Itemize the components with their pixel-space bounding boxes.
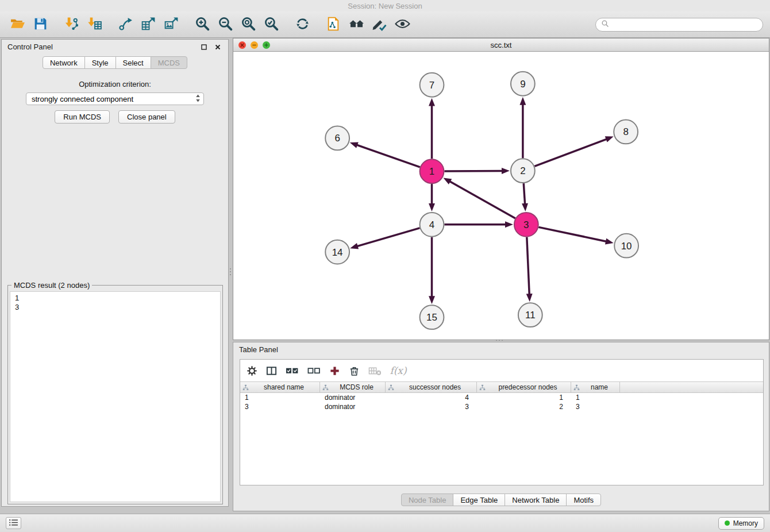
table-panel-header: Table Panel [233, 342, 769, 357]
control-panel: Control Panel NetworkStyleSelectMCDS Opt… [1, 39, 229, 507]
table-cell[interactable]: 3 [571, 402, 620, 411]
home-button[interactable] [346, 14, 367, 36]
edge-3-10[interactable] [538, 227, 607, 241]
edge-arrowhead [605, 238, 614, 245]
tab-network-table[interactable]: Network Table [505, 494, 567, 506]
column-header-shared-name[interactable]: shared name [240, 382, 320, 392]
node-label: 15 [426, 312, 437, 323]
edge-3-1[interactable] [449, 181, 515, 218]
mcds-result-list[interactable]: 13 [10, 291, 221, 502]
table-cell[interactable]: 1 [240, 393, 320, 402]
run-mcds-button[interactable]: Run MCDS [55, 110, 110, 124]
tab-network[interactable]: Network [43, 56, 85, 69]
float-table-panel-icon[interactable] [740, 345, 749, 354]
table-cell[interactable]: 3 [386, 402, 477, 411]
table-cell[interactable]: 1 [571, 393, 620, 402]
edge-1-6[interactable] [356, 145, 420, 167]
edge-2-8[interactable] [534, 139, 607, 167]
export-table-button[interactable] [138, 14, 159, 36]
close-panel-button[interactable]: Close panel [118, 110, 175, 124]
tab-style[interactable]: Style [84, 56, 116, 69]
tab-edge-table[interactable]: Edge Table [453, 494, 505, 506]
node-label: 9 [520, 79, 525, 90]
export-network-button[interactable] [115, 14, 136, 36]
search-input[interactable] [612, 20, 757, 29]
zoom-fit-button[interactable] [238, 14, 259, 36]
columns-button[interactable] [266, 363, 277, 378]
table-row[interactable]: 3dominator323 [240, 402, 763, 411]
save-session-button[interactable] [30, 14, 51, 36]
column-header-mcds-role[interactable]: MCDS role [320, 382, 386, 392]
table-cell[interactable]: 2 [477, 402, 571, 411]
tab-node-table[interactable]: Node Table [401, 494, 454, 506]
tab-mcds[interactable]: MCDS [151, 56, 187, 69]
eye-button[interactable] [392, 14, 413, 36]
panel-menu-button[interactable] [6, 517, 21, 529]
delete-row-button[interactable] [349, 363, 360, 378]
mcds-result-title: MCDS result (2 nodes) [11, 281, 92, 290]
select-all-button[interactable] [286, 363, 299, 378]
optimization-select[interactable]: strongly connected component [26, 92, 204, 105]
mcds-result-line: 1 [15, 294, 215, 303]
close-table-panel-icon[interactable] [753, 345, 763, 354]
table-body: 1dominator4113dominator323 [240, 393, 763, 411]
column-header-label: shared name [251, 383, 317, 391]
vertical-splitter-handle[interactable] [229, 264, 232, 279]
search-field[interactable] [595, 18, 763, 32]
close-panel-icon[interactable] [213, 42, 222, 52]
table-cell[interactable]: 4 [386, 393, 477, 402]
edge-2-3[interactable] [523, 183, 525, 205]
import-database-button[interactable] [323, 14, 344, 36]
tree-icon [573, 384, 580, 391]
main-toolbar-groups [7, 14, 413, 36]
deselect-all-icon [307, 365, 321, 376]
import-network-button[interactable] [61, 14, 82, 36]
column-header-name[interactable]: name [571, 382, 620, 392]
column-header-predecessor-nodes[interactable]: predecessor nodes [477, 382, 571, 392]
eye-icon [395, 16, 410, 33]
window-close-icon[interactable] [238, 41, 246, 49]
edge-arrowhead [522, 203, 528, 211]
zoom-selected-button[interactable] [261, 14, 282, 36]
open-file-button[interactable] [7, 14, 28, 36]
network-window-title: scc.txt [233, 41, 769, 49]
gear-button[interactable] [247, 363, 257, 378]
control-panel-header: Control Panel [2, 40, 228, 54]
refresh-button[interactable] [292, 14, 313, 36]
delete-row-icon [349, 365, 360, 376]
edge-arrowhead [350, 142, 359, 148]
table-cell[interactable]: dominator [320, 402, 386, 411]
export-image-button[interactable] [161, 14, 182, 36]
gear-icon [247, 365, 257, 376]
window-minimize-icon[interactable] [251, 41, 258, 49]
tab-select[interactable]: Select [116, 56, 151, 69]
zoom-out-button[interactable] [215, 14, 236, 36]
zoom-in-button[interactable] [192, 14, 213, 36]
table-cell[interactable]: 3 [240, 402, 320, 411]
column-header-label: MCDS role [330, 383, 383, 391]
memory-status-icon [725, 521, 730, 526]
list-icon [9, 519, 18, 528]
edge-arrowhead [605, 136, 614, 142]
table-row[interactable]: 1dominator411 [240, 393, 763, 402]
tab-motifs[interactable]: Motifs [566, 494, 601, 506]
node-label: 6 [334, 133, 340, 144]
column-header-successor-nodes[interactable]: successor nodes [386, 382, 477, 392]
window-title: Session: New Session [0, 0, 770, 11]
edge-3-11[interactable] [527, 237, 529, 295]
float-panel-icon[interactable] [199, 42, 209, 52]
delete-column-icon [368, 365, 382, 376]
network-view[interactable]: 7968124314101511 [233, 52, 769, 340]
edge-4-14[interactable] [357, 228, 420, 246]
table-cell[interactable]: 1 [477, 393, 571, 402]
style-check-button[interactable] [369, 14, 390, 36]
import-table-button[interactable] [84, 14, 105, 36]
add-row-button[interactable] [329, 363, 340, 378]
deselect-all-button[interactable] [307, 363, 321, 378]
memory-button[interactable]: Memory [718, 517, 764, 530]
zoom-out-icon [218, 16, 233, 33]
edge-1-2[interactable] [444, 171, 503, 171]
table-cell[interactable]: dominator [320, 393, 386, 402]
optimization-label: Optimization criterion: [2, 80, 228, 88]
window-maximize-icon[interactable] [263, 41, 270, 49]
